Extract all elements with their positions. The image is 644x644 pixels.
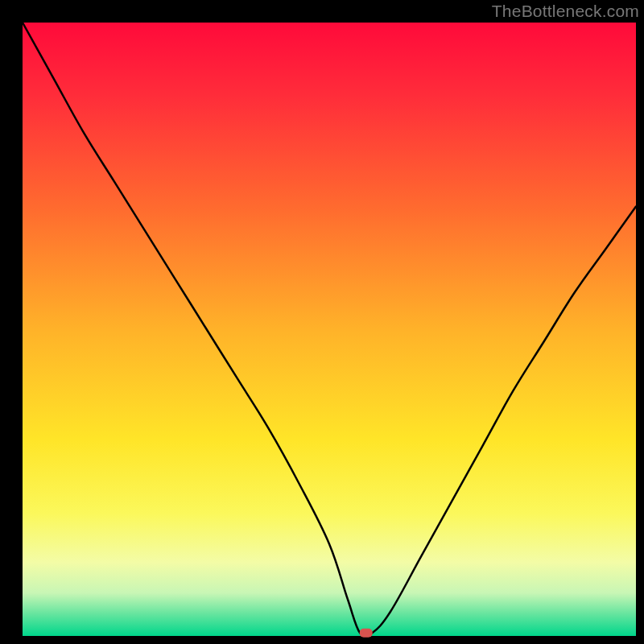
watermark-text: TheBottleneck.com bbox=[492, 2, 639, 21]
chart-container: TheBottleneck.com bbox=[0, 0, 644, 644]
optimal-point-marker bbox=[360, 629, 373, 638]
bottleneck-chart bbox=[0, 0, 644, 644]
